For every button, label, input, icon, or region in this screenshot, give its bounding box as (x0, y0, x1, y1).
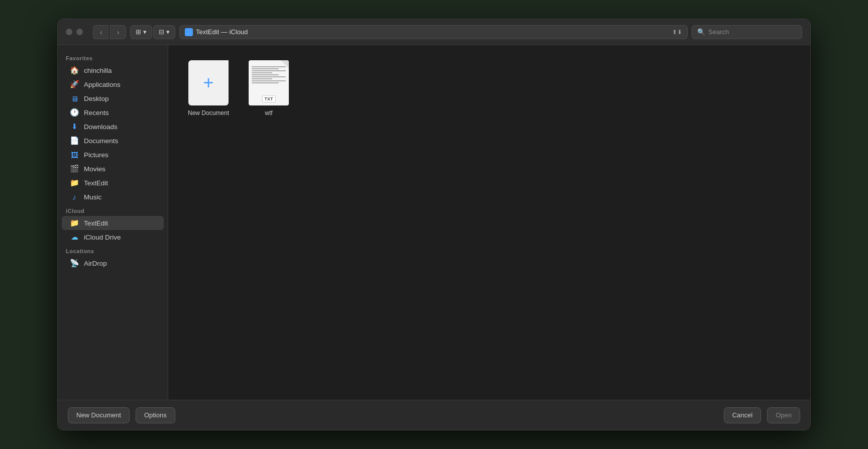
new-document-icon: + (188, 60, 229, 105)
sidebar: Favorites 🏠 chinchilla 🚀 Applications 🖥 … (58, 45, 168, 400)
cancel-button[interactable]: Cancel (724, 407, 761, 423)
downloads-icon: ⬇ (70, 122, 79, 131)
icloud-folder-icon: 📁 (70, 218, 79, 228)
file-item-wtf[interactable]: wtf (244, 60, 294, 118)
txt-line (252, 76, 286, 77)
sidebar-item-icloud-textedit[interactable]: 📁 TextEdit (62, 216, 164, 230)
location-bar[interactable]: TextEdit — iCloud ⬆⬇ (179, 25, 688, 39)
airdrop-icon: 📡 (70, 259, 79, 268)
sidebar-item-label: Applications (84, 81, 121, 88)
sidebar-item-label: Desktop (84, 95, 109, 102)
sidebar-item-label: Movies (84, 165, 105, 173)
nav-buttons: ‹ › (93, 25, 126, 39)
file-name: New Document (188, 109, 229, 118)
sidebar-item-label: Recents (84, 109, 109, 117)
sidebar-item-applications[interactable]: 🚀 Applications (62, 77, 164, 91)
sidebar-item-label: TextEdit (84, 179, 108, 187)
applications-icon: 🚀 (70, 80, 79, 89)
sidebar-item-label: Music (84, 193, 101, 201)
sidebar-item-documents[interactable]: 📄 Documents (62, 134, 164, 148)
locations-header: Locations (58, 244, 168, 256)
icon-view-button[interactable]: ⊞ ▾ (130, 25, 152, 39)
open-label: Open (776, 411, 792, 419)
close-button[interactable] (66, 29, 72, 35)
cancel-label: Cancel (732, 411, 752, 419)
options-button[interactable]: Options (136, 407, 175, 423)
icloud-header: iCloud (58, 204, 168, 216)
new-document-icon-container: + (186, 60, 231, 105)
search-bar[interactable]: 🔍 Search (692, 25, 802, 39)
main-content: Favorites 🏠 chinchilla 🚀 Applications 🖥 … (58, 45, 810, 400)
sidebar-item-music[interactable]: ♪ Music (62, 190, 164, 204)
file-area: + New Document (168, 45, 810, 400)
music-icon: ♪ (70, 192, 79, 201)
new-document-button[interactable]: New Document (68, 407, 130, 423)
minimize-button[interactable] (76, 29, 83, 35)
home-icon: 🏠 (70, 66, 79, 75)
view-selector: ⊞ ▾ ⊟ ▾ (130, 25, 175, 39)
list-view-icon: ⊟ (159, 28, 164, 36)
txt-file-icon (249, 60, 289, 105)
file-item-new-document[interactable]: + New Document (183, 60, 234, 118)
list-view-button[interactable]: ⊟ ▾ (153, 25, 175, 39)
txt-line (252, 82, 279, 83)
icloud-icon: ☁ (70, 233, 79, 242)
location-stepper[interactable]: ⬆⬇ (672, 29, 682, 36)
txt-line (252, 72, 272, 73)
sidebar-item-downloads[interactable]: ⬇ Downloads (62, 120, 164, 134)
toolbar: ‹ › ⊞ ▾ ⊟ ▾ TextEdit — iCloud ⬆⬇ (93, 25, 802, 39)
bottom-bar: New Document Options Cancel Open (58, 400, 810, 430)
search-icon: 🔍 (697, 28, 705, 36)
txt-line (252, 70, 286, 71)
sidebar-item-label: Downloads (84, 123, 118, 131)
txt-line (252, 66, 286, 67)
location-text: TextEdit — iCloud (196, 28, 669, 36)
traffic-lights (66, 29, 83, 35)
open-button[interactable]: Open (767, 407, 800, 423)
movies-icon: 🎬 (70, 164, 79, 173)
sidebar-item-label: AirDrop (84, 260, 107, 267)
sidebar-item-desktop[interactable]: 🖥 Desktop (62, 91, 164, 105)
back-button[interactable]: ‹ (93, 25, 109, 39)
sidebar-item-label: Documents (84, 137, 118, 145)
sidebar-item-airdrop[interactable]: 📡 AirDrop (62, 256, 164, 270)
sidebar-item-label: TextEdit (84, 219, 108, 227)
documents-icon: 📄 (70, 136, 79, 145)
chevron-down-icon: ▾ (166, 28, 170, 36)
chevron-down-icon: ▾ (143, 28, 147, 36)
back-icon: ‹ (100, 28, 102, 36)
file-name: wtf (265, 109, 272, 118)
favorites-header: Favorites (58, 51, 168, 63)
sidebar-item-recents[interactable]: 🕐 Recents (62, 105, 164, 120)
plus-icon: + (203, 74, 213, 92)
search-placeholder: Search (708, 28, 729, 36)
forward-icon: › (117, 28, 120, 36)
desktop-icon: 🖥 (70, 94, 79, 103)
sidebar-item-label: Pictures (84, 151, 108, 159)
forward-button[interactable]: › (110, 25, 126, 39)
txt-line (252, 74, 279, 75)
options-label: Options (144, 411, 167, 419)
recents-icon: 🕐 (70, 108, 79, 117)
sidebar-item-pictures[interactable]: 🖼 Pictures (62, 148, 164, 162)
new-document-label: New Document (76, 411, 121, 419)
folder-icon: 📁 (70, 178, 79, 187)
sidebar-item-movies[interactable]: 🎬 Movies (62, 162, 164, 176)
sidebar-item-icloud-drive[interactable]: ☁ iCloud Drive (62, 230, 164, 244)
txt-line (252, 80, 286, 81)
txt-icon-container (246, 60, 291, 105)
title-bar: ‹ › ⊞ ▾ ⊟ ▾ TextEdit — iCloud ⬆⬇ (58, 19, 810, 45)
icon-view-icon: ⊞ (136, 28, 141, 36)
sidebar-item-chinchilla[interactable]: 🏠 chinchilla (62, 63, 164, 77)
txt-line (252, 78, 272, 79)
sidebar-item-textedit-fav[interactable]: 📁 TextEdit (62, 176, 164, 190)
txt-line (252, 68, 279, 69)
pictures-icon: 🖼 (70, 150, 79, 159)
sidebar-item-label: iCloud Drive (84, 234, 121, 241)
txt-lines (252, 66, 286, 83)
sidebar-item-label: chinchilla (84, 67, 112, 74)
finder-window: ‹ › ⊞ ▾ ⊟ ▾ TextEdit — iCloud ⬆⬇ (57, 19, 811, 430)
location-folder-icon (185, 28, 193, 36)
